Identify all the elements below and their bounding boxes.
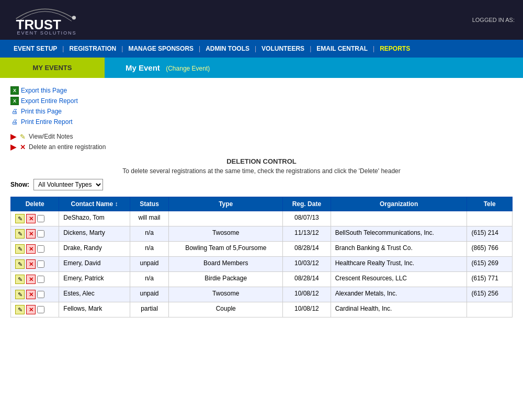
deletion-control: DELETION CONTROL To delete several regis… [10,157,513,175]
organization-cell: Cardinal Health, Inc. [331,302,467,317]
table-row: ✎ ✕ Dickens, Martyn/aTwosome11/13/12Bell… [11,226,513,242]
current-event-title: My Event [115,63,160,72]
delete-button[interactable]: ✕ [26,305,36,314]
reg-date-cell: 08/07/13 [283,211,331,226]
svg-text:TRUST: TRUST [16,17,61,32]
contact-name-cell: Emery, David [59,257,130,272]
x-icon: ✕ [18,143,27,151]
row-checkbox[interactable] [37,215,44,222]
reg-date-cell: 11/13/12 [283,226,331,242]
status-cell: n/a [130,272,169,287]
contact-name-cell: Estes, Alec [59,287,130,302]
delete-button[interactable]: ✕ [26,214,36,223]
page-header: TRUST EVENT SOLUTIONS LOGGED IN AS: [0,0,523,40]
row-checkbox[interactable] [37,306,44,313]
edit-button[interactable]: ✎ [15,290,25,299]
pencil-icon: ✎ [18,132,27,141]
col-type: Type [169,197,283,211]
col-status: Status [130,197,169,211]
reg-date-cell: 10/08/12 [283,302,331,317]
status-cell: n/a [130,226,169,242]
show-select[interactable]: All Volunteer Types Registered Unregiste… [33,179,103,190]
organization-cell: Alexander Metals, Inc. [331,287,467,302]
col-reg-date: Reg. Date [283,197,331,211]
edit-button[interactable]: ✎ [15,305,25,314]
tele-cell: (615) 214 [467,226,513,242]
print-page-link[interactable]: 🖨 Print this Page [10,107,513,116]
arrow-icon: ▶ [10,132,16,141]
edit-button[interactable]: ✎ [15,214,25,223]
row-checkbox[interactable] [37,291,44,298]
reg-date-cell: 08/28/14 [283,242,331,257]
row-checkbox[interactable] [37,260,44,268]
edit-button[interactable]: ✎ [15,229,25,239]
nav-email-central[interactable]: EMAIL CENTRAL [311,45,373,52]
show-label: Show: [10,181,29,188]
delete-cell: ✎ ✕ [11,257,59,272]
delete-cell: ✎ ✕ [11,226,59,242]
excel-icon: X [10,86,19,95]
type-cell: Board Members [169,257,283,272]
delete-cell: ✎ ✕ [11,287,59,302]
organization-cell: Branch Banking & Trust Co. [331,242,467,257]
row-checkbox[interactable] [37,230,44,237]
table-row: ✎ ✕ Emery, Patrickn/aBirdie Package08/28… [11,272,513,287]
legend-delete: ▶ ✕ Delete an entire registration [10,143,513,151]
organization-cell [331,211,467,226]
organization-cell: Healthcare Realty Trust, Inc. [331,257,467,272]
nav-volunteers[interactable]: VOLUNTEERS [256,45,310,52]
col-delete[interactable]: Delete [11,197,59,211]
delete-button[interactable]: ✕ [26,244,36,254]
svg-text:EVENT SOLUTIONS: EVENT SOLUTIONS [17,30,76,36]
table-row: ✎ ✕ Emery, DavidunpaidBoard Members10/03… [11,257,513,272]
type-cell: Bowling Team of 5,Foursome [169,242,283,257]
nav-admin-tools[interactable]: ADMIN TOOLS [200,45,255,52]
tele-cell: (615) 256 [467,287,513,302]
contact-name-cell: Fellows, Mark [59,302,130,317]
nav-event-setup[interactable]: EVENT SETUP [8,45,62,52]
status-cell: unpaid [130,257,169,272]
type-cell: Couple [169,302,283,317]
navbar: EVENT SETUP | REGISTRATION | MANAGE SPON… [0,40,523,58]
change-event-link[interactable]: (Change Event) [166,65,210,72]
excel-icon-2: X [10,97,19,105]
export-report-link[interactable]: X Export Entire Report [10,97,513,105]
table-row: ✎ ✕ Fellows, MarkpartialCouple10/08/12Ca… [11,302,513,317]
edit-button[interactable]: ✎ [15,244,25,254]
delete-button[interactable]: ✕ [26,275,36,284]
status-cell: will mail [130,211,169,226]
deletion-desc: To delete several registrations at the s… [10,167,513,175]
edit-button[interactable]: ✎ [15,259,25,269]
logo: TRUST EVENT SOLUTIONS [8,4,82,36]
delete-cell: ✎ ✕ [11,302,59,317]
nav-manage-sponsors[interactable]: MANAGE SPONSORS [123,45,199,52]
logged-in-label: LOGGED IN AS: [472,17,515,23]
registrations-table: Delete Contact Name ↕ Status Type Reg. D… [10,197,513,317]
nav-registration[interactable]: REGISTRATION [64,45,121,52]
print-icon-2: 🖨 [10,118,19,126]
type-cell: Birdie Package [169,272,283,287]
status-cell: unpaid [130,287,169,302]
print-report-link[interactable]: 🖨 Print Entire Report [10,118,513,126]
type-cell: Twosome [169,287,283,302]
show-row: Show: All Volunteer Types Registered Unr… [10,179,513,190]
table-row: ✎ ✕ DeShazo, Tomwill mail08/07/13 [11,211,513,226]
tele-cell: (615) 771 [467,272,513,287]
delete-button[interactable]: ✕ [26,259,36,269]
organization-cell: Crescent Resources, LLC [331,272,467,287]
delete-button[interactable]: ✕ [26,229,36,239]
export-page-link[interactable]: X Export this Page [10,86,513,95]
print-icon: 🖨 [10,107,19,116]
table-row: ✎ ✕ Drake, Randyn/aBowling Team of 5,Fou… [11,242,513,257]
row-checkbox[interactable] [37,245,44,253]
nav-reports[interactable]: REPORTS [374,45,415,52]
action-links: X Export this Page X Export Entire Repor… [10,86,513,126]
my-events-label: MY EVENTS [0,58,105,78]
svg-point-0 [72,16,76,19]
row-checkbox[interactable] [37,276,44,283]
deletion-title: DELETION CONTROL [10,157,513,165]
delete-button[interactable]: ✕ [26,290,36,299]
col-tele: Tele [467,197,513,211]
edit-button[interactable]: ✎ [15,275,25,284]
col-contact-name[interactable]: Contact Name ↕ [59,197,130,211]
